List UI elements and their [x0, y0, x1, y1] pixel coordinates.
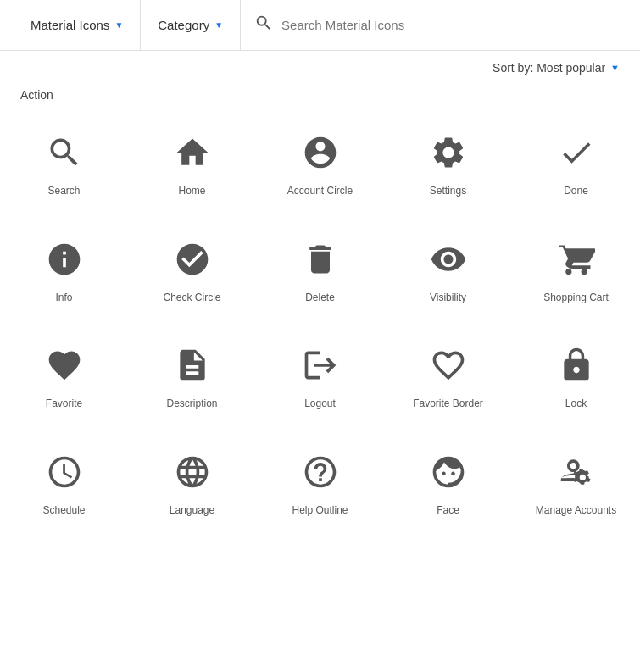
icon-item-home[interactable]: Home — [128, 108, 256, 215]
info-icon — [44, 239, 85, 280]
section-action: Action — [0, 85, 640, 102]
favorite-border-icon — [428, 345, 469, 386]
material-icons-dropdown[interactable]: Material Icons ▼ — [14, 0, 141, 51]
icon-item-done[interactable]: Done — [512, 108, 640, 215]
description-icon — [172, 345, 213, 386]
icon-item-logout[interactable]: Logout — [256, 321, 384, 428]
icon-label-home: Home — [178, 185, 205, 198]
icon-item-account-circle[interactable]: Account Circle — [256, 108, 384, 215]
icon-label-shopping-cart: Shopping Cart — [543, 292, 609, 305]
icon-label-done: Done — [564, 185, 588, 198]
done-icon — [556, 132, 597, 173]
icon-label-face: Face — [437, 504, 459, 518]
icon-label-settings: Settings — [430, 185, 466, 198]
icon-item-settings[interactable]: Settings — [384, 108, 512, 215]
sort-dropdown[interactable]: Sort by: Most popular ▼ — [493, 61, 620, 75]
header-left: Material Icons ▼ Category ▼ — [14, 0, 241, 51]
delete-icon — [300, 239, 341, 280]
icon-label-favorite-border: Favorite Border — [413, 397, 483, 411]
icon-item-favorite-border[interactable]: Favorite Border — [384, 321, 512, 428]
icon-item-check-circle[interactable]: Check Circle — [128, 215, 256, 322]
icon-label-language: Language — [170, 504, 214, 518]
search-icon — [254, 14, 273, 36]
language-icon — [172, 452, 213, 492]
icon-label-help-outline: Help Outline — [292, 504, 348, 518]
category-dropdown[interactable]: Category ▼ — [141, 0, 241, 51]
face-icon — [428, 452, 469, 492]
icon-label-manage-accounts: Manage Accounts — [536, 504, 616, 518]
sort-bar: Sort by: Most popular ▼ — [0, 51, 640, 85]
icon-label-check-circle: Check Circle — [163, 292, 220, 305]
material-icons-arrow: ▼ — [114, 20, 123, 30]
icon-item-delete[interactable]: Delete — [256, 215, 384, 322]
visibility-icon — [428, 239, 469, 280]
icon-item-manage-accounts[interactable]: Manage Accounts — [512, 428, 640, 535]
sort-label: Sort by: Most popular — [493, 61, 605, 75]
shopping-cart-icon — [556, 239, 597, 280]
favorite-icon — [44, 345, 85, 386]
header: Material Icons ▼ Category ▼ — [0, 0, 640, 51]
icon-label-account-circle: Account Circle — [287, 185, 353, 198]
help-outline-icon — [300, 452, 341, 492]
icon-item-face[interactable]: Face — [384, 428, 512, 535]
category-label: Category — [158, 18, 209, 32]
icon-item-language[interactable]: Language — [128, 428, 256, 535]
icon-item-lock[interactable]: Lock — [512, 321, 640, 428]
material-icons-label: Material Icons — [31, 18, 109, 32]
icon-label-info: Info — [55, 292, 72, 305]
icon-label-delete: Delete — [305, 292, 335, 305]
sort-arrow: ▼ — [610, 63, 620, 73]
icon-item-info[interactable]: Info — [0, 215, 128, 322]
check-circle-icon — [172, 239, 213, 280]
icon-item-search[interactable]: Search — [0, 108, 128, 215]
lock-icon — [556, 345, 597, 386]
logout-icon — [300, 345, 341, 386]
icon-grid: Search Home Account Circle Settings Done… — [0, 102, 640, 541]
icon-label-visibility: Visibility — [430, 292, 466, 305]
icon-item-schedule[interactable]: Schedule — [0, 428, 128, 535]
search-icon — [44, 132, 85, 173]
icon-label-schedule: Schedule — [42, 504, 85, 518]
icon-item-favorite[interactable]: Favorite — [0, 321, 128, 428]
icon-item-help-outline[interactable]: Help Outline — [256, 428, 384, 535]
icon-label-search: Search — [47, 185, 80, 198]
category-arrow: ▼ — [214, 20, 223, 30]
search-input[interactable] — [281, 18, 613, 32]
icon-label-lock: Lock — [565, 397, 587, 411]
home-icon — [172, 132, 213, 173]
schedule-icon — [44, 452, 85, 492]
icon-label-favorite: Favorite — [46, 397, 82, 411]
icon-label-description: Description — [166, 397, 217, 411]
manage-accounts-icon — [556, 452, 597, 492]
settings-icon — [428, 132, 469, 173]
icon-item-description[interactable]: Description — [128, 321, 256, 428]
account-circle-icon — [300, 132, 341, 173]
search-bar — [241, 14, 626, 36]
icon-label-logout: Logout — [304, 397, 336, 411]
icon-item-visibility[interactable]: Visibility — [384, 215, 512, 322]
icon-item-shopping-cart[interactable]: Shopping Cart — [512, 215, 640, 322]
